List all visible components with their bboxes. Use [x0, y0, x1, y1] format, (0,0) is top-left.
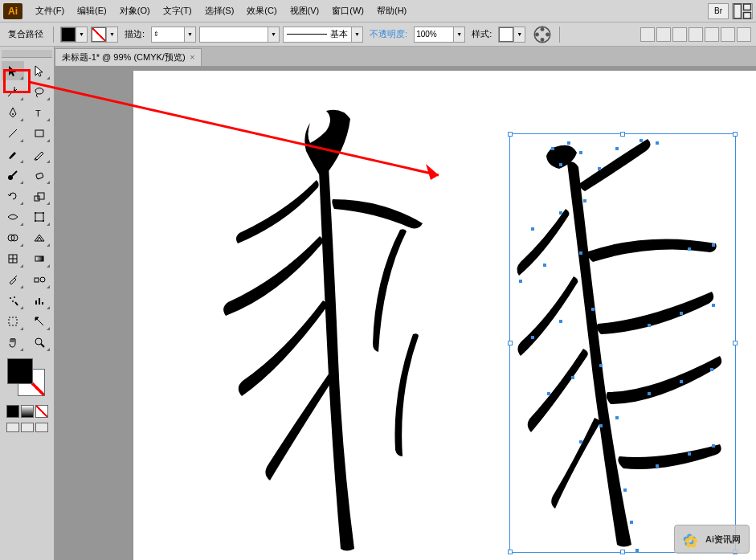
- selection-handle-tl[interactable]: [508, 132, 513, 137]
- menu-select[interactable]: 选择(S): [198, 2, 241, 20]
- eyedropper-tool[interactable]: [2, 270, 24, 289]
- anchor-point[interactable]: [615, 147, 619, 150]
- zoom-tool[interactable]: [28, 333, 51, 352]
- arrange-documents-button[interactable]: [732, 3, 753, 19]
- column-graph-tool[interactable]: [28, 291, 51, 310]
- blend-tool[interactable]: [28, 270, 51, 289]
- align-top-button[interactable]: [689, 27, 703, 42]
- anchor-point[interactable]: [599, 424, 603, 427]
- anchor-point[interactable]: [599, 364, 603, 367]
- gradient-tool[interactable]: [28, 249, 51, 268]
- align-hcenter-button[interactable]: [656, 27, 671, 42]
- anchor-point[interactable]: [712, 444, 715, 448]
- align-right-button[interactable]: [672, 27, 687, 42]
- selection-handle-mr[interactable]: [733, 341, 738, 345]
- document-tab[interactable]: 未标题-1* @ 99% (CMYK/预览) ×: [55, 48, 202, 66]
- selection-handle-tc[interactable]: [620, 132, 625, 137]
- transform-panel-button[interactable]: [737, 27, 751, 42]
- anchor-point[interactable]: [635, 549, 639, 552]
- anchor-point[interactable]: [710, 368, 713, 371]
- opacity-input[interactable]: ▼: [414, 27, 465, 43]
- anchor-point[interactable]: [559, 211, 562, 215]
- fill-swatch[interactable]: [7, 358, 33, 384]
- align-vcenter-button[interactable]: [705, 27, 719, 42]
- bridge-button[interactable]: Br: [708, 3, 729, 19]
- anchor-point[interactable]: [547, 392, 550, 395]
- line-segment-tool[interactable]: [2, 124, 24, 143]
- anchor-point[interactable]: [680, 312, 683, 315]
- anchor-point[interactable]: [648, 324, 651, 327]
- none-mode-button[interactable]: [35, 405, 48, 418]
- graphic-style-picker[interactable]: ▼: [498, 27, 525, 43]
- anchor-point[interactable]: [559, 320, 562, 323]
- anchor-point[interactable]: [567, 141, 570, 145]
- anchor-point[interactable]: [519, 280, 522, 283]
- mesh-tool[interactable]: [2, 249, 24, 268]
- symbol-sprayer-tool[interactable]: [2, 291, 24, 310]
- anchor-point[interactable]: [648, 392, 651, 395]
- brush-definition[interactable]: 基本▼: [283, 27, 363, 43]
- align-left-button[interactable]: [640, 27, 655, 42]
- anchor-point[interactable]: [531, 227, 534, 231]
- perspective-grid-tool[interactable]: [28, 228, 51, 247]
- close-tab-icon[interactable]: ×: [190, 53, 195, 62]
- anchor-point[interactable]: [623, 488, 627, 492]
- pen-tool[interactable]: [2, 103, 24, 122]
- normal-screen-button[interactable]: [6, 423, 19, 432]
- anchor-point[interactable]: [579, 151, 582, 154]
- anchor-point[interactable]: [688, 452, 691, 456]
- menu-help[interactable]: 帮助(H): [370, 2, 413, 20]
- anchor-point[interactable]: [531, 336, 534, 339]
- anchor-point[interactable]: [559, 163, 562, 166]
- rotate-tool[interactable]: [2, 186, 24, 206]
- width-tool[interactable]: [2, 207, 24, 227]
- anchor-point[interactable]: [688, 247, 691, 251]
- anchor-point[interactable]: [583, 199, 586, 202]
- selection-handle-bl[interactable]: [508, 550, 513, 554]
- change-screen-button[interactable]: [35, 423, 48, 432]
- selection-handle-tr[interactable]: [733, 132, 738, 137]
- anchor-point[interactable]: [579, 251, 582, 255]
- variable-width-profile[interactable]: ▼: [199, 27, 280, 43]
- opacity-label[interactable]: 不透明度:: [366, 28, 411, 40]
- fill-stroke-control[interactable]: [7, 358, 47, 399]
- fullscreen-menu-button[interactable]: [21, 423, 34, 432]
- selection-bounding-box[interactable]: [509, 133, 736, 553]
- anchor-point[interactable]: [630, 521, 633, 524]
- direct-selection-tool[interactable]: [28, 61, 51, 80]
- anchor-point[interactable]: [551, 147, 554, 150]
- anchor-point[interactable]: [656, 464, 659, 468]
- anchor-point[interactable]: [656, 141, 659, 145]
- menu-object[interactable]: 对象(O): [113, 2, 157, 20]
- stroke-color-picker[interactable]: ▼: [91, 27, 118, 43]
- anchor-point[interactable]: [640, 139, 643, 142]
- anchor-point[interactable]: [571, 376, 574, 379]
- fill-color-picker[interactable]: ▼: [60, 27, 88, 43]
- menu-effect[interactable]: 效果(C): [240, 2, 283, 20]
- anchor-point[interactable]: [680, 380, 683, 383]
- menu-view[interactable]: 视图(V): [284, 2, 326, 20]
- anchor-point[interactable]: [712, 243, 715, 247]
- anchor-point[interactable]: [598, 167, 601, 170]
- menu-type[interactable]: 文字(T): [157, 2, 198, 20]
- tools-panel-grip[interactable]: [2, 50, 52, 58]
- stroke-weight-input[interactable]: ⇕ ▼: [151, 27, 196, 43]
- anchor-point[interactable]: [543, 264, 546, 267]
- recolor-artwork-button[interactable]: [532, 27, 553, 43]
- menu-edit[interactable]: 编辑(E): [71, 2, 113, 20]
- blob-brush-tool[interactable]: [2, 166, 24, 185]
- anchor-point[interactable]: [579, 440, 582, 444]
- anchor-point[interactable]: [615, 416, 619, 419]
- slice-tool[interactable]: [28, 312, 51, 331]
- color-mode-button[interactable]: [6, 405, 19, 418]
- align-bottom-button[interactable]: [721, 27, 735, 42]
- menu-file[interactable]: 文件(F): [29, 2, 71, 20]
- anchor-point[interactable]: [712, 304, 715, 307]
- selection-handle-bc[interactable]: [620, 550, 625, 554]
- anchor-point[interactable]: [591, 308, 595, 311]
- shape-builder-tool[interactable]: [2, 228, 24, 247]
- free-transform-tool[interactable]: [28, 207, 51, 227]
- gradient-mode-button[interactable]: [21, 405, 34, 418]
- artboard-tool[interactable]: [2, 312, 24, 331]
- hand-tool[interactable]: [2, 333, 24, 352]
